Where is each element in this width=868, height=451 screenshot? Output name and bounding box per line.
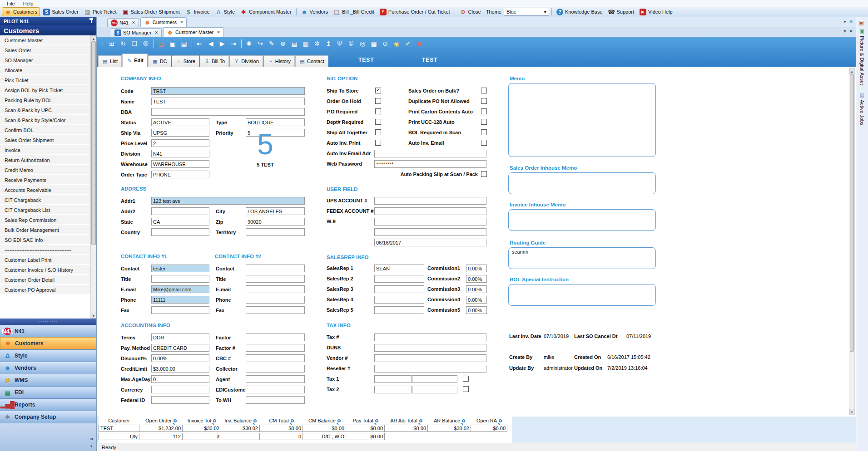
pin-icon[interactable]	[91, 20, 92, 23]
toolbar-icon[interactable]: ⊞	[108, 40, 116, 47]
toolbar-icon[interactable]: Ψ	[336, 40, 344, 47]
salesrep-input[interactable]	[374, 296, 424, 304]
accounting-input-right[interactable]	[246, 365, 305, 373]
commission-input[interactable]	[466, 285, 487, 293]
routing-guide-textarea[interactable]: seannn	[508, 247, 656, 269]
user-field-input[interactable]	[374, 207, 486, 215]
commission-input[interactable]	[466, 306, 487, 314]
accounting-input[interactable]	[151, 354, 209, 362]
toolbar-icon[interactable]: ▶	[218, 40, 226, 47]
accounting-input[interactable]	[151, 333, 209, 341]
sidebar-menu-item[interactable]: Assign BOL by Pick Ticket	[0, 85, 91, 95]
checkbox[interactable]	[481, 108, 487, 114]
close-tab-icon[interactable]: ✕	[132, 20, 135, 25]
sidebar-menu-item[interactable]: Sales Order	[0, 45, 91, 55]
totals-header-cell[interactable]: Customer	[99, 418, 139, 423]
user-field-input[interactable]	[374, 239, 486, 246]
tax-rate-input[interactable]	[412, 386, 457, 393]
toolbar-icon[interactable]	[154, 39, 154, 48]
sidebar-menu-item[interactable]: Customer PO Approval	[0, 285, 91, 295]
accounting-input-right[interactable]	[246, 375, 305, 383]
view-tab[interactable]: Y Division	[229, 55, 263, 67]
contact2-input[interactable]	[246, 275, 305, 283]
accounting-input[interactable]	[151, 386, 209, 393]
tax-input[interactable]	[374, 344, 486, 352]
toolbar-icon[interactable]: ↥	[325, 40, 332, 47]
toolbar-button[interactable]	[296, 8, 297, 15]
warehouse-input[interactable]	[151, 160, 209, 168]
accounting-input-right[interactable]	[246, 354, 305, 362]
view-tab[interactable]: ⌂ Store	[172, 55, 199, 67]
accounting-input[interactable]	[151, 365, 209, 373]
toolbar-icon[interactable]: ▤	[180, 40, 188, 47]
sidebar-scrollbar[interactable]: ▲ ▼	[90, 35, 96, 319]
sidebar-accordion-section[interactable]: ▦ EDI	[0, 386, 96, 398]
toolbar-icon[interactable]: ▦	[370, 40, 378, 47]
totals-header-cell[interactable]: AR Balance	[428, 418, 471, 423]
sidebar-menu-item[interactable]: Pick Ticket	[0, 75, 91, 85]
chevron-right-icon[interactable]: »	[90, 436, 93, 442]
so-inhouse-memo-textarea[interactable]	[508, 172, 656, 194]
toolbar-icon[interactable]: ◉	[393, 40, 401, 47]
addr1-input[interactable]	[151, 197, 305, 205]
drag-handle-icon[interactable]: ⁞	[102, 41, 104, 46]
web-password-input[interactable]	[374, 160, 486, 168]
toolbar-icon[interactable]	[192, 39, 192, 48]
salesrep-input[interactable]	[374, 285, 424, 293]
close-tab-icon[interactable]: ✕	[154, 30, 158, 35]
sidebar-menu-item[interactable]: Customer Invoice / S.O History	[0, 265, 91, 275]
totals-header-cell[interactable]: CM Total	[260, 418, 303, 423]
toolbar-button[interactable]: ☻ Customers	[2, 7, 40, 16]
sidebar-menu-item[interactable]: CIT Chargeback List	[0, 205, 91, 215]
search-icon[interactable]	[291, 419, 294, 422]
commission-input[interactable]	[466, 275, 487, 283]
view-tab[interactable]: ▦ DC	[148, 55, 171, 67]
sidebar-menu-item[interactable]: Allocate	[0, 65, 91, 75]
sidebar-accordion-section[interactable]: ☻ Customers	[0, 337, 96, 349]
dba-input[interactable]	[151, 108, 305, 116]
scrollbar-thumb[interactable]	[850, 74, 854, 352]
accounting-input-right[interactable]	[246, 396, 305, 404]
search-icon[interactable]	[174, 419, 177, 422]
salesrep-input[interactable]	[374, 275, 424, 283]
toolbar-icon[interactable]: ⊙	[382, 40, 389, 47]
toolbar-icon[interactable]	[241, 39, 242, 48]
inner-tab[interactable]: ☻ Customer Master ✕	[163, 27, 224, 37]
tax-code-input[interactable]	[374, 386, 412, 393]
scroll-down-icon[interactable]: ▼	[91, 313, 96, 319]
search-icon[interactable]	[419, 419, 422, 422]
toolbar-button[interactable]: ▦ Pick Ticket	[82, 7, 119, 16]
toolbar-button[interactable]: $ Invoice	[183, 7, 212, 16]
tax-input[interactable]	[374, 365, 486, 373]
totals-header-cell[interactable]: AR Adj Total	[385, 418, 428, 423]
checkbox[interactable]	[481, 119, 487, 125]
division-input[interactable]	[151, 150, 209, 157]
sidebar-menu-item[interactable]: SO Manager	[0, 55, 91, 65]
toolbar-icon[interactable]: ⇤	[196, 40, 203, 47]
toolbar-icon[interactable]: ✲	[313, 40, 321, 47]
accounting-input-right[interactable]	[246, 344, 305, 352]
toolbar-button[interactable]: Δ Style	[213, 7, 237, 16]
addr2-input[interactable]	[151, 207, 209, 215]
form-scrollbar[interactable]: ▲ ▼	[849, 68, 855, 415]
state-input[interactable]	[151, 218, 209, 226]
view-tab[interactable]: ▤ Contact	[295, 55, 328, 67]
checkbox[interactable]	[481, 171, 487, 177]
toolbar-button[interactable]: ▣ Sales Order Shipment	[119, 7, 182, 16]
sidebar-menu-item[interactable]: Accounts Receivable	[0, 185, 91, 195]
close-tab-icon[interactable]: ✕	[180, 20, 184, 25]
sidebar-accordion-section[interactable]: ▂▅█ Reports	[0, 398, 96, 411]
toolbar-icon[interactable]: ▣	[169, 40, 177, 47]
totals-header-cell[interactable]: Open RA	[471, 418, 507, 423]
ship-via-input[interactable]	[151, 129, 209, 137]
user-field-input[interactable]	[374, 218, 486, 226]
contact1-input[interactable]	[151, 265, 209, 272]
zip-input[interactable]	[246, 218, 305, 226]
toolbar-icon[interactable]: ▥	[302, 40, 310, 47]
checkbox[interactable]	[463, 386, 469, 392]
toolbar-icon[interactable]: ▥	[158, 40, 165, 47]
memo-textarea[interactable]	[508, 83, 656, 157]
view-tab[interactable]: ▤ List	[98, 55, 122, 67]
toolbar-button[interactable]: ▤ Bill _Bill Credit	[331, 7, 377, 16]
checkbox[interactable]	[463, 376, 469, 382]
